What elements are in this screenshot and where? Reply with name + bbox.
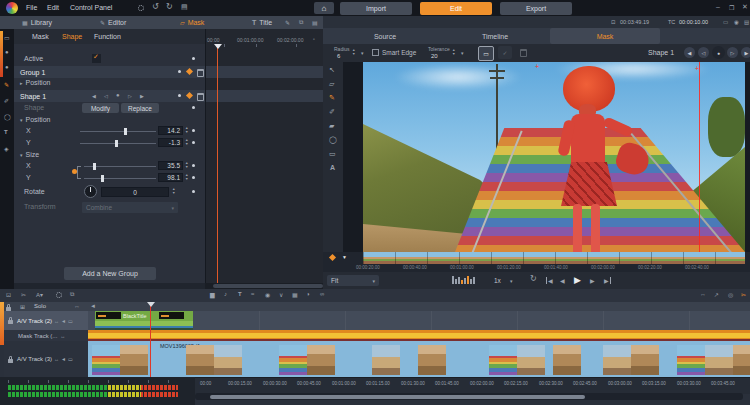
preview-canvas[interactable]: + +	[363, 62, 745, 252]
active-keyframe-dot[interactable]	[192, 57, 195, 60]
last-shape-button[interactable]: ▶	[741, 47, 750, 58]
shape-trash-icon[interactable]	[197, 93, 204, 101]
track-header-av2[interactable]: A/V Track (2) ↔ ◄ ▭	[4, 311, 88, 330]
scissors-icon[interactable]: ✂	[741, 291, 746, 298]
swap-icon[interactable]: ↔	[54, 318, 59, 324]
undo-icon[interactable]: ↺	[152, 2, 159, 11]
pencil-icon[interactable]: ✎	[285, 19, 290, 26]
rotate-stepper[interactable]: ▲▼	[172, 188, 175, 195]
mask-marker-cross[interactable]: +	[535, 63, 539, 70]
ellipse-tool-icon[interactable]: ◯	[329, 136, 337, 144]
shape-keyframe-dot[interactable]	[192, 106, 195, 109]
filmstrip-scrubber[interactable]	[363, 252, 745, 264]
music-icon[interactable]: ♪	[224, 291, 227, 297]
copy-icon[interactable]: ⧉	[299, 19, 303, 26]
film-icon[interactable]: ▤	[312, 19, 318, 26]
preview-icon[interactable]: ▭	[4, 34, 10, 41]
track-list-icon[interactable]: ⊞	[20, 303, 25, 310]
speaker-icon[interactable]: ◄	[61, 318, 66, 324]
pos-y-keyframe-dot[interactable]	[192, 141, 195, 144]
radius-dropdown-icon[interactable]: ▾	[361, 50, 364, 56]
size-x-slider-thumb[interactable]	[93, 163, 96, 170]
timeline-settings-icon[interactable]	[56, 292, 62, 298]
media-icon[interactable]: ●	[5, 49, 9, 55]
keyframe-playhead-line[interactable]	[217, 47, 218, 283]
camera-icon[interactable]: ◉	[734, 19, 739, 25]
overlay-icon[interactable]: ◯	[4, 113, 11, 120]
rotate-keyframe-dot[interactable]	[192, 190, 195, 193]
lock-icon[interactable]	[8, 359, 13, 363]
kf-scrollbar-thumb[interactable]	[213, 284, 323, 288]
lock-icon[interactable]	[8, 320, 13, 324]
previous-frame-icon[interactable]: ◀	[560, 277, 565, 284]
rotate-value[interactable]: 0	[101, 187, 169, 197]
modify-button[interactable]: Modify	[82, 103, 119, 113]
shape-1-header[interactable]: Shape 1 ◀ ◁ ● ▷ ▶	[14, 90, 205, 102]
minimize-icon[interactable]: –	[716, 3, 720, 10]
track-header-mask[interactable]: Mask Track (... ↔	[4, 330, 88, 341]
pos-y-slider-thumb[interactable]	[115, 140, 118, 147]
first-shape-icon[interactable]: ◀	[92, 93, 96, 99]
brush-icon[interactable]: ✎	[4, 81, 9, 88]
tab-title[interactable]: T Title	[252, 16, 272, 29]
swap-icon[interactable]: ↔	[54, 356, 59, 362]
size-y-keyframe-dot[interactable]	[192, 176, 195, 179]
edit-mode-button[interactable]: Edit	[420, 2, 492, 15]
target-icon[interactable]: ◎	[728, 291, 733, 298]
next-shape-button[interactable]: ▷	[727, 47, 738, 58]
scrubber-marker-diamond[interactable]	[329, 254, 336, 261]
color-grade-icon[interactable]: ◑	[306, 291, 310, 297]
restore-icon[interactable]: ❐	[729, 4, 734, 11]
track-header-av3[interactable]: A/V Track (3) ↔ ◄ ▭	[4, 341, 88, 377]
select-cursor-tool-icon[interactable]: ↖	[329, 66, 335, 74]
tolerance-stepper[interactable]: ▲▼	[452, 49, 455, 56]
text-size-icon[interactable]: A▾	[36, 291, 43, 298]
razor-icon[interactable]: ✂	[21, 291, 26, 298]
close-icon[interactable]: ✕	[742, 3, 748, 11]
mask-edge-line[interactable]	[699, 62, 700, 252]
masked-subject[interactable]	[561, 64, 651, 252]
next-shape-icon[interactable]: ▷	[128, 93, 132, 99]
current-shape-icon[interactable]: ●	[116, 92, 120, 98]
tab-timeline[interactable]: Timeline	[440, 28, 550, 44]
monitor-icon[interactable]: ▭	[68, 318, 73, 324]
size-x-slider[interactable]	[84, 166, 156, 167]
audio-scrub-widget[interactable]	[452, 276, 475, 284]
filmstrip-icon[interactable]: ▤	[744, 19, 749, 25]
go-to-start-icon[interactable]: ◀	[546, 277, 553, 284]
active-checkbox[interactable]: ✓	[92, 54, 101, 63]
size-link-toggle[interactable]	[72, 169, 77, 174]
export-mode-button[interactable]: Export	[500, 2, 572, 15]
display-icon[interactable]: ▭	[723, 19, 728, 25]
size-x-keyframe-dot[interactable]	[192, 164, 195, 167]
speaker-icon[interactable]: ◄	[61, 356, 66, 362]
tab-mask[interactable]: ▱ Mask	[180, 16, 204, 29]
multicam-icon[interactable]: ▦	[292, 291, 298, 298]
go-to-end-icon[interactable]: ▶	[604, 277, 611, 284]
last-shape-icon[interactable]: ▶	[140, 93, 144, 99]
zoom-fit-dropdown[interactable]: Fit ▾	[327, 275, 379, 286]
shape-active-icon[interactable]	[186, 92, 193, 99]
text-tool-icon[interactable]: A	[330, 164, 335, 171]
size-y-slider[interactable]	[84, 178, 156, 179]
size-group-toggle[interactable]: ▾ Size	[20, 151, 39, 158]
size-y-stepper[interactable]: ▲▼	[185, 174, 188, 181]
swap-icon[interactable]: ↔	[60, 333, 65, 339]
pos-y-stepper[interactable]: ▲▼	[185, 139, 188, 146]
graph-icon[interactable]: ▆	[210, 291, 215, 298]
add-new-group-button[interactable]: Add a New Group	[64, 267, 156, 280]
group-trash-icon[interactable]	[197, 69, 204, 77]
pos-x-stepper[interactable]: ▲▼	[185, 127, 188, 134]
prev-shape-button[interactable]: ◁	[698, 47, 709, 58]
title-tool-icon[interactable]: T	[238, 291, 242, 297]
apply-mask-button[interactable]: ✓	[498, 46, 512, 59]
group-position-toggle[interactable]: ▸ Position	[20, 79, 50, 86]
menu-control-panel[interactable]: Control Panel	[70, 4, 112, 11]
playback-speed[interactable]: 1x	[494, 277, 501, 284]
tolerance-dropdown-icon[interactable]: ▾	[461, 50, 464, 56]
timeline-playhead-line[interactable]	[150, 302, 151, 377]
size-y-value[interactable]: 98.1	[158, 173, 183, 182]
shape-add-keyframe-icon[interactable]	[178, 94, 181, 97]
duplicate-icon[interactable]: ⧉	[70, 291, 74, 298]
subtab-function[interactable]: Function	[94, 33, 121, 40]
